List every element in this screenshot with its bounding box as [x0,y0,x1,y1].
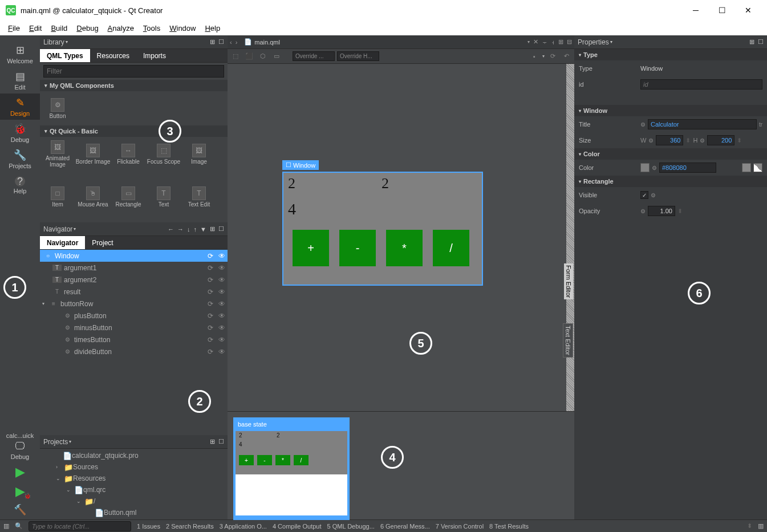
menu-build[interactable]: Build [46,22,72,35]
color-input[interactable] [659,163,716,173]
menu-tools[interactable]: Tools [139,22,165,35]
title-input[interactable] [648,119,757,129]
preview-plus-button[interactable]: + [293,230,329,266]
tool-2-icon[interactable]: ⬛ [244,51,255,62]
nav-down-icon[interactable]: ↓ [187,226,190,233]
tool-4-icon[interactable]: ▭ [271,51,282,62]
status-qml-debug[interactable]: 5 QML Debugg... [327,523,375,530]
mode-debug[interactable]: 🐞Debug [0,120,40,146]
tab-resources[interactable]: Resources [90,49,136,62]
qml-item-rectangle[interactable]: ▭Rectangle [111,180,146,214]
form-editor-tab[interactable]: Form Editor [564,263,573,299]
height-input[interactable] [707,135,734,145]
split-v-icon[interactable]: ⫞ [551,39,555,46]
tab-navigator[interactable]: Navigator [40,236,85,249]
section-rectangle[interactable]: ▾Rectangle [574,176,767,187]
color-preview-1[interactable] [742,163,751,172]
color-swatch[interactable] [640,163,650,172]
preview-argument1[interactable]: 2 [288,175,295,192]
status-test-results[interactable]: 8 Test Results [489,523,529,530]
status-compile-output[interactable]: 4 Compile Output [273,523,322,530]
nav-filter-icon[interactable]: ▼ [200,226,206,233]
toggle-sidebar-icon[interactable]: ▥ [3,522,9,530]
build-button[interactable]: 🔨 [0,503,40,516]
close-file-icon[interactable]: ✕ [533,38,538,46]
nav-split-icon[interactable]: ⊞ [210,225,215,233]
qml-item-text-edit[interactable]: TText Edit [181,180,217,214]
override-select-2[interactable]: Override H... [337,51,379,61]
section-color[interactable]: ▾Color [574,148,767,160]
projects-close-icon[interactable]: ☐ [218,438,224,445]
nav-up-icon[interactable]: ↑ [194,226,197,233]
project-root-row[interactable]: ⌄📁/ [40,496,228,507]
tree-row-timesbutton[interactable]: ⚙timesButton⟳👁 [40,334,228,346]
menu-window[interactable]: Window [165,22,200,35]
nav-back-icon[interactable]: ← [168,226,174,233]
color-preview-2[interactable] [753,163,762,172]
snap-icon[interactable]: ▪ [529,51,540,62]
status-version-control[interactable]: 7 Version Control [436,523,484,530]
minimize-button[interactable]: ─ [683,0,709,21]
tree-row-argument1[interactable]: Targument1⟳👁 [40,262,228,274]
file-tab-mainqml[interactable]: 📄main.qml [241,37,283,47]
preview-divide-button[interactable]: / [433,230,469,266]
menu-edit[interactable]: Edit [25,22,46,35]
menu-file[interactable]: File [3,22,25,35]
tab-project[interactable]: Project [85,236,120,249]
project-buttonqml-row[interactable]: 📄Button.qml [40,507,228,518]
project-sources-row[interactable]: ›📁Sources [40,461,228,473]
mode-projects[interactable]: 🔧Projects [0,146,40,172]
qml-item-animated-image[interactable]: 🖼Animated Image [40,137,75,171]
status-issues[interactable]: 1 Issues [137,523,160,530]
tab-qml-types[interactable]: QML Types [40,49,90,62]
menu-debug[interactable]: Debug [72,22,103,35]
qml-item-flickable[interactable]: ↔Flickable [111,137,146,171]
nav-close-icon[interactable]: ☐ [218,225,224,233]
qml-item-button[interactable]: ⚙Button [40,91,75,125]
section-qtquick-basic[interactable]: ▾Qt Quick - Basic [40,125,228,137]
projects-split-icon[interactable]: ⊞ [210,438,215,445]
width-input[interactable] [656,135,683,145]
project-file-row[interactable]: 📄calculator_qtquick.pro [40,450,228,461]
menu-help[interactable]: Help [200,22,225,35]
split-icon[interactable]: ⊞ [210,38,215,46]
qml-item-image[interactable]: 🖼Image [181,137,217,171]
preview-minus-button[interactable]: - [339,230,376,266]
split-win-icon[interactable]: ⊞ [558,38,563,46]
tree-row-result[interactable]: Tresult⟳👁 [40,286,228,298]
qml-window-preview[interactable]: ☐Window 2 2 4 + - * / [282,172,483,286]
nav-fwd-icon[interactable]: → [177,226,184,233]
tree-row-argument2[interactable]: Targument2⟳👁 [40,274,228,286]
project-resources-row[interactable]: ⌄📁Resources [40,473,228,484]
mode-design[interactable]: ✎Design [0,94,40,120]
section-my-qml[interactable]: ▾My QML Components [40,80,228,91]
nav-prev-icon[interactable]: ‹ [230,39,232,46]
design-canvas[interactable]: ☐Window 2 2 4 + - * / Form Editor Text E… [228,64,574,411]
props-split-icon[interactable]: ⊞ [749,38,754,46]
qml-item-focus-scope[interactable]: ⬚Focus Scope [146,137,181,171]
preview-argument2[interactable]: 2 [382,175,389,192]
mode-edit[interactable]: ▤Edit [0,67,40,94]
tab-imports[interactable]: Imports [136,49,173,62]
qml-item-item[interactable]: □Item [40,180,75,214]
run-button[interactable]: ▶ [0,465,40,480]
section-window[interactable]: ▾Window [574,105,767,116]
project-qmlqrc-row[interactable]: ⌄📄qml.qrc [40,484,228,496]
locator-input[interactable] [29,521,131,531]
status-search-results[interactable]: 2 Search Results [166,523,214,530]
maximize-button[interactable]: ☐ [709,0,735,21]
library-filter-input[interactable] [43,65,224,78]
visible-checkbox[interactable]: ✓ [640,191,648,199]
text-editor-tab[interactable]: Text Editor [563,323,573,358]
props-close-icon[interactable]: ☐ [758,38,764,46]
tool-3-icon[interactable]: ⬡ [257,51,269,62]
opacity-input[interactable] [648,206,675,216]
qml-item-text[interactable]: TText [146,180,181,214]
close-panel-icon[interactable]: ☐ [218,38,224,46]
menu-analyze[interactable]: Analyze [103,22,139,35]
reload-icon[interactable]: ⟳ [547,51,558,62]
undo-icon[interactable]: ↶ [561,51,572,62]
tree-row-buttonrow[interactable]: ▾≡buttonRow⟳👁 [40,298,228,310]
toggle-right-sidebar-icon[interactable]: ▥ [758,522,764,530]
tool-1-icon[interactable]: ⬚ [230,51,241,62]
